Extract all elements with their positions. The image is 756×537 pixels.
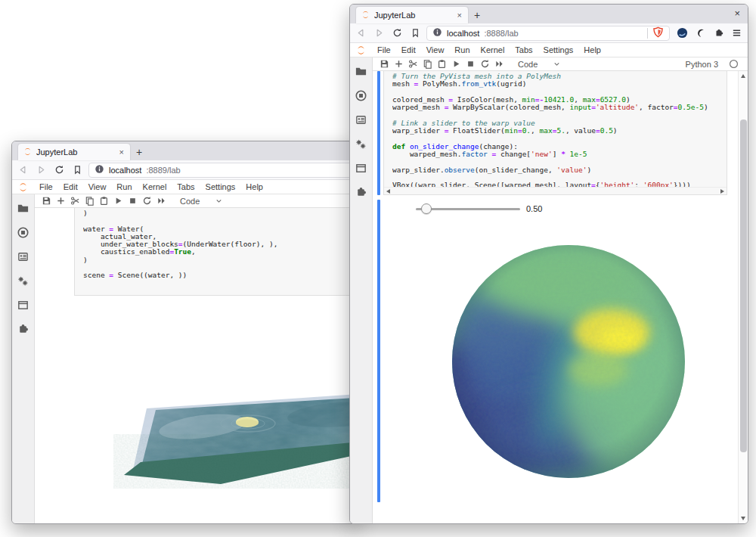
restart-icon[interactable] xyxy=(142,196,152,206)
copy-icon[interactable] xyxy=(85,196,94,206)
file-browser-icon[interactable] xyxy=(17,202,29,215)
menu-view[interactable]: View xyxy=(83,180,112,194)
front-browser-window: JupyterLab × + × localhost:8888/lab xyxy=(349,4,748,524)
stop-icon[interactable] xyxy=(128,196,138,206)
app-menu-icon[interactable] xyxy=(732,28,742,38)
run-all-icon[interactable] xyxy=(156,196,166,206)
code-cell[interactable]: )water = Water( actual_water, under_wate… xyxy=(74,208,359,296)
menu-settings[interactable]: Settings xyxy=(538,43,579,57)
bookmark-icon[interactable] xyxy=(411,28,420,38)
jupyterlab-left-sidebar xyxy=(350,57,373,523)
run-all-icon[interactable] xyxy=(494,59,504,69)
code-editor[interactable]: # Turn the PyVista mesh into a PolyMeshm… xyxy=(392,73,725,187)
menu-run[interactable]: Run xyxy=(111,180,137,194)
insert-cell-icon[interactable] xyxy=(56,196,66,206)
globe-scene-render[interactable] xyxy=(450,243,687,480)
menu-help[interactable]: Help xyxy=(578,43,606,57)
notebook-scrollbar[interactable] xyxy=(738,71,748,523)
page-info-icon[interactable] xyxy=(432,27,442,39)
menu-help[interactable]: Help xyxy=(240,180,268,194)
window-close-button[interactable]: × xyxy=(734,8,740,18)
front-tab-jupyterlab[interactable]: JupyterLab × xyxy=(356,7,468,23)
addons-puzzle-icon[interactable] xyxy=(714,28,724,39)
address-bar[interactable]: localhost:8889/lab xyxy=(88,163,352,178)
copy-icon[interactable] xyxy=(423,59,432,69)
new-tab-button[interactable]: + xyxy=(130,144,148,160)
menu-settings[interactable]: Settings xyxy=(200,180,241,194)
url-host: localhost xyxy=(109,166,141,175)
extensions-icon[interactable] xyxy=(355,186,367,199)
page-info-icon[interactable] xyxy=(94,164,104,175)
bookmark-icon[interactable] xyxy=(73,165,82,175)
scroll-right-icon[interactable] xyxy=(720,189,724,194)
menu-edit[interactable]: Edit xyxy=(396,43,421,57)
menu-edit[interactable]: Edit xyxy=(58,180,83,194)
menu-kernel[interactable]: Kernel xyxy=(476,43,510,57)
privacy-shield-icon[interactable] xyxy=(652,26,664,39)
insert-cell-icon[interactable] xyxy=(394,59,404,69)
cell-horizontal-scrollbar[interactable] xyxy=(384,187,727,194)
selected-cell-indicator[interactable] xyxy=(377,71,380,195)
back-icon[interactable] xyxy=(356,28,366,38)
scrollbar-thumb[interactable] xyxy=(740,120,747,452)
property-inspector-icon[interactable] xyxy=(17,250,29,263)
running-sessions-icon[interactable] xyxy=(17,226,29,239)
browser-extension-icons xyxy=(677,27,742,39)
property-inspector-icon[interactable] xyxy=(355,113,367,126)
water-scene-render[interactable] xyxy=(113,392,359,494)
code-cell[interactable]: # Turn the PyVista mesh into a PolyMeshm… xyxy=(383,71,727,195)
menu-file[interactable]: File xyxy=(34,180,58,194)
tab-close-button[interactable]: × xyxy=(118,147,125,157)
jupyter-logo-icon xyxy=(355,45,367,56)
back-icon[interactable] xyxy=(18,165,28,175)
reload-icon[interactable] xyxy=(54,165,64,175)
menu-run[interactable]: Run xyxy=(449,43,475,57)
code-editor[interactable]: )water = Water( actual_water, under_wate… xyxy=(83,210,359,287)
back-tab-jupyterlab[interactable]: JupyterLab × xyxy=(18,144,130,160)
tab-title: JupyterLab xyxy=(36,147,114,157)
address-bar[interactable]: localhost:8888/lab xyxy=(426,26,670,41)
restart-icon[interactable] xyxy=(480,59,490,69)
reload-icon[interactable] xyxy=(392,28,402,38)
run-icon[interactable] xyxy=(113,196,123,206)
menu-kernel[interactable]: Kernel xyxy=(138,180,172,194)
menu-tabs[interactable]: Tabs xyxy=(510,43,538,57)
running-sessions-icon[interactable] xyxy=(355,89,367,102)
scroll-down-icon[interactable] xyxy=(741,517,745,520)
tab-close-button[interactable]: × xyxy=(456,11,463,20)
scroll-up-icon[interactable] xyxy=(741,74,745,78)
account-icon[interactable] xyxy=(677,27,688,39)
new-tab-button[interactable]: + xyxy=(468,7,486,23)
settings-icon[interactable] xyxy=(17,275,29,287)
front-tab-bar: JupyterLab × + × xyxy=(350,5,748,23)
settings-icon[interactable] xyxy=(355,138,367,151)
browser-extension-icon[interactable] xyxy=(696,28,706,39)
cut-icon[interactable] xyxy=(70,196,80,206)
stop-icon[interactable] xyxy=(466,59,476,69)
save-icon[interactable] xyxy=(380,59,389,69)
save-icon[interactable] xyxy=(42,196,51,206)
front-url-toolbar: localhost:8888/lab xyxy=(350,23,748,43)
file-browser-icon[interactable] xyxy=(355,65,367,78)
extensions-icon[interactable] xyxy=(17,323,29,336)
notebook-content: )water = Water( actual_water, under_wate… xyxy=(35,208,358,523)
cell-type-dropdown[interactable]: Code xyxy=(518,60,538,69)
url-path: :8889/lab xyxy=(146,166,180,175)
menu-view[interactable]: View xyxy=(421,43,450,57)
scroll-left-icon[interactable] xyxy=(386,189,390,194)
menu-tabs[interactable]: Tabs xyxy=(172,180,200,194)
paste-icon[interactable] xyxy=(99,196,109,206)
open-tabs-icon[interactable] xyxy=(17,299,29,312)
run-icon[interactable] xyxy=(451,59,461,69)
kernel-status-icon[interactable] xyxy=(729,59,739,69)
forward-icon[interactable] xyxy=(374,28,384,38)
open-tabs-icon[interactable] xyxy=(355,162,367,175)
paste-icon[interactable] xyxy=(437,59,447,69)
forward-icon[interactable] xyxy=(36,165,46,175)
cut-icon[interactable] xyxy=(408,59,418,69)
jupyter-logo-icon xyxy=(17,182,29,193)
cell-type-dropdown[interactable]: Code xyxy=(180,197,200,206)
menu-file[interactable]: File xyxy=(372,43,396,57)
warp-slider-handle[interactable] xyxy=(421,203,432,214)
output-cell-indicator[interactable] xyxy=(377,200,380,502)
